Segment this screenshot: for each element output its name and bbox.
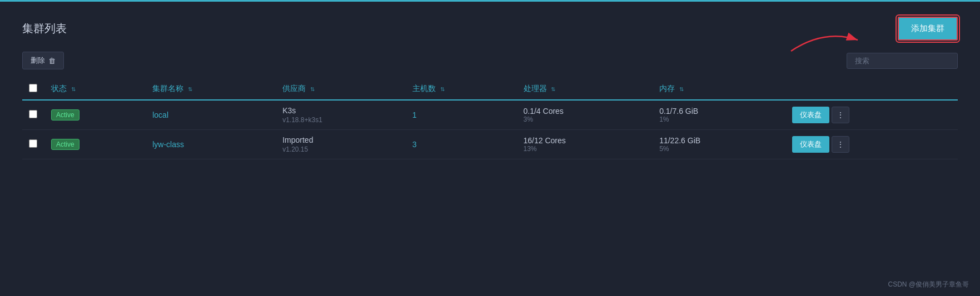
mem-percent-1: 5% [659,145,779,153]
row-status-0: Active [44,100,146,130]
row-cpu-1: 16/12 Cores 13% [517,130,653,159]
more-button-0[interactable]: ⋮ [832,107,849,123]
more-icon-1: ⋮ [837,140,844,149]
row-actions-1: 仪表盘 ⋮ [785,130,958,159]
sort-icon-status: ⇅ [71,86,76,92]
page-title: 集群列表 [22,21,67,36]
dashboard-button-1[interactable]: 仪表盘 [792,136,829,153]
host-count-value-0[interactable]: 1 [412,111,417,119]
header-host-count: 主机数 ⇅ [406,78,517,100]
top-border [0,0,980,2]
header-actions [785,78,958,100]
sort-icon-memory: ⇅ [679,86,684,92]
mem-value-1: 11/22.6 GiB [659,136,779,145]
table-row: Active lyw-class Imported v1.20.15 3 16/… [22,130,958,159]
header-cpu: 处理器 ⇅ [517,78,653,100]
cpu-value-1: 16/12 Cores [524,136,646,145]
cpu-value-0: 0.1/4 Cores [524,107,646,116]
cluster-name-link-1[interactable]: lyw-class [152,140,184,149]
add-cluster-button[interactable]: 添加集群 [898,17,958,41]
header-cluster-name: 集群名称 ⇅ [146,78,276,100]
header-provider: 供应商 ⇅ [276,78,406,100]
provider-name-1: Imported [282,136,399,144]
more-button-1[interactable]: ⋮ [832,136,849,153]
row-status-1: Active [44,130,146,159]
cluster-name-link-0[interactable]: local [152,111,168,119]
cpu-percent-1: 13% [524,145,646,153]
row-mem-0: 0.1/7.6 GiB 1% [653,100,785,130]
trash-icon: 🗑 [48,57,56,65]
sort-icon-cluster-name: ⇅ [188,86,192,92]
delete-label: 删除 [31,56,45,66]
header-memory: 内存 ⇅ [653,78,785,100]
mem-percent-0: 1% [659,116,779,123]
mem-value-0: 0.1/7.6 GiB [659,107,779,116]
row-mem-1: 11/22.6 GiB 5% [653,130,785,159]
provider-version-0: v1.18.8+k3s1 [282,116,399,124]
provider-name-0: K3s [282,106,399,115]
row-checkbox-cell-1 [22,130,44,159]
row-cluster-name-0: local [146,100,276,130]
row-cluster-name-1: lyw-class [146,130,276,159]
row-provider-1: Imported v1.20.15 [276,130,406,159]
sort-icon-provider: ⇅ [310,86,315,92]
cluster-table: 状态 ⇅ 集群名称 ⇅ 供应商 ⇅ 主机数 ⇅ 处理器 ⇅ [22,78,958,159]
sort-icon-host-count: ⇅ [440,86,445,92]
row-host-count-0: 1 [406,100,517,130]
search-input[interactable] [847,53,958,69]
row-provider-0: K3s v1.18.8+k3s1 [276,100,406,130]
table-header: 状态 ⇅ 集群名称 ⇅ 供应商 ⇅ 主机数 ⇅ 处理器 ⇅ [22,78,958,100]
dashboard-button-0[interactable]: 仪表盘 [792,107,829,123]
header-status: 状态 ⇅ [44,78,146,100]
row-cpu-0: 0.1/4 Cores 3% [517,100,653,130]
page-header: 集群列表 添加集群 [22,17,958,41]
provider-version-1: v1.20.15 [282,146,399,153]
status-badge-1: Active [51,139,79,150]
sort-icon-cpu: ⇅ [551,86,555,92]
status-badge-0: Active [51,109,79,121]
delete-button[interactable]: 删除 🗑 [22,52,64,69]
more-icon-0: ⋮ [837,111,844,119]
row-host-count-1: 3 [406,130,517,159]
table-row: Active local K3s v1.18.8+k3s1 1 0.1/4 Co… [22,100,958,130]
row-checkbox-0[interactable] [29,110,37,118]
header-checkbox-cell [22,78,44,100]
footer-text: CSDN @俊俏美男子章鱼哥 [888,280,969,289]
host-count-value-1[interactable]: 3 [412,140,417,149]
table-body: Active local K3s v1.18.8+k3s1 1 0.1/4 Co… [22,100,958,159]
select-all-checkbox[interactable] [29,84,37,92]
row-actions-0: 仪表盘 ⋮ [785,100,958,130]
row-checkbox-1[interactable] [29,139,37,148]
cpu-percent-0: 3% [524,116,646,123]
row-checkbox-cell-0 [22,100,44,130]
toolbar: 删除 🗑 [22,52,958,69]
